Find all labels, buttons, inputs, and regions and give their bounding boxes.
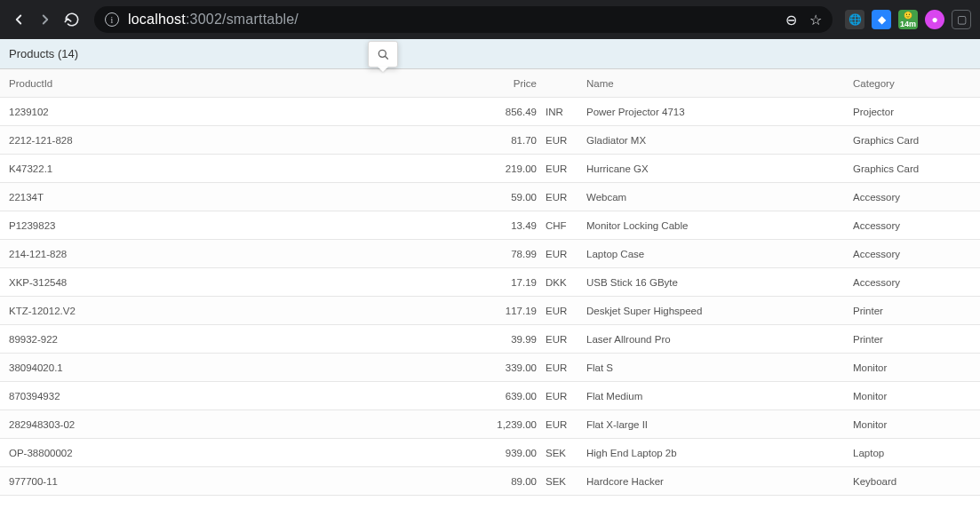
cell-productid: 282948303-02 xyxy=(9,419,275,430)
site-info-icon[interactable]: i xyxy=(105,12,119,27)
cell-currency: EUR xyxy=(542,419,586,430)
cell-productid: KTZ-12012.V2 xyxy=(9,306,275,316)
back-button[interactable] xyxy=(9,12,28,28)
cell-price: 81.70 xyxy=(275,135,542,146)
extension-pink-icon[interactable]: ● xyxy=(925,10,944,29)
table-row[interactable]: P1239823 13.49 CHF Monitor Locking Cable… xyxy=(0,211,980,240)
table-row[interactable]: 870394932 639.00 EUR Flat Medium Monitor xyxy=(0,382,980,410)
cell-price: 39.99 xyxy=(275,334,542,345)
address-bar[interactable]: i localhost:3002/smarttable/ ⊖ ☆ xyxy=(94,6,833,33)
cell-price: 17.19 xyxy=(275,277,542,288)
svg-line-1 xyxy=(385,56,387,59)
cell-currency: CHF xyxy=(542,220,586,231)
column-header-price[interactable]: Price xyxy=(275,78,542,89)
table-row[interactable]: K47322.1 219.00 EUR Hurricane GX Graphic… xyxy=(0,155,980,183)
cell-category: Printer xyxy=(853,306,971,316)
table-row[interactable]: 38094020.1 339.00 EUR Flat S Monitor xyxy=(0,354,980,382)
cell-productid: 1239102 xyxy=(9,107,275,117)
bookmark-star-icon[interactable]: ☆ xyxy=(809,12,822,28)
table-row[interactable]: 89932-922 39.99 EUR Laser Allround Pro P… xyxy=(0,325,980,354)
extension-box-icon[interactable]: ▢ xyxy=(952,10,971,29)
table-row[interactable]: 282948303-02 1,239.00 EUR Flat X-large I… xyxy=(0,410,980,439)
reload-button[interactable] xyxy=(62,12,82,28)
cell-productid: K47322.1 xyxy=(9,163,275,174)
cell-category: Accessory xyxy=(853,277,971,288)
cell-currency: SEK xyxy=(542,476,586,487)
extension-globe-icon[interactable]: 🌐 xyxy=(845,10,864,29)
forward-button[interactable] xyxy=(36,12,55,28)
page-toolbar: Products (14) xyxy=(0,39,980,69)
cell-currency: EUR xyxy=(542,306,586,316)
cell-category: Monitor xyxy=(853,419,971,430)
cell-name: USB Stick 16 GByte xyxy=(586,277,853,288)
extension-blue-icon[interactable]: ◆ xyxy=(872,10,891,29)
cell-currency: EUR xyxy=(542,249,586,259)
table-row[interactable]: 1239102 856.49 INR Power Projector 4713 … xyxy=(0,98,980,126)
cell-currency: INR xyxy=(542,107,586,117)
cell-name: Hurricane GX xyxy=(586,163,853,174)
extension-timer-icon[interactable]: 🙂14m xyxy=(898,10,918,29)
table-row[interactable]: KTZ-12012.V2 117.19 EUR Deskjet Super Hi… xyxy=(0,297,980,325)
cell-price: 59.00 xyxy=(275,192,542,203)
cell-name: Gladiator MX xyxy=(586,135,853,146)
table-row[interactable]: OP-38800002 939.00 SEK High End Laptop 2… xyxy=(0,439,980,467)
cell-category: Laptop xyxy=(853,448,971,458)
cell-price: 939.00 xyxy=(275,448,542,458)
cell-currency: DKK xyxy=(542,277,586,288)
cell-productid: OP-38800002 xyxy=(9,448,275,458)
cell-category: Graphics Card xyxy=(853,163,971,174)
cell-category: Accessory xyxy=(853,220,971,231)
cell-currency: EUR xyxy=(542,391,586,402)
cell-productid: P1239823 xyxy=(9,220,275,231)
cell-productid: 870394932 xyxy=(9,391,275,402)
url-text: localhost:3002/smarttable/ xyxy=(128,12,299,28)
cell-price: 1,239.00 xyxy=(275,419,542,430)
table-body: 1239102 856.49 INR Power Projector 4713 … xyxy=(0,98,980,496)
cell-productid: 22134T xyxy=(9,192,275,203)
cell-price: 639.00 xyxy=(275,391,542,402)
column-header-name[interactable]: Name xyxy=(586,78,853,89)
cell-productid: 214-121-828 xyxy=(9,249,275,259)
cell-name: Hardcore Hacker xyxy=(586,476,853,487)
page-title: Products (14) xyxy=(9,47,78,60)
table-row[interactable]: 214-121-828 78.99 EUR Laptop Case Access… xyxy=(0,240,980,268)
column-header-category[interactable]: Category xyxy=(853,78,971,89)
search-icon xyxy=(376,47,390,61)
table-row[interactable]: 2212-121-828 81.70 EUR Gladiator MX Grap… xyxy=(0,126,980,155)
table-row[interactable]: XKP-312548 17.19 DKK USB Stick 16 GByte … xyxy=(0,268,980,297)
column-header-productid[interactable]: ProductId xyxy=(9,78,275,89)
cell-productid: 38094020.1 xyxy=(9,362,275,373)
cell-currency: EUR xyxy=(542,163,586,174)
cell-currency: EUR xyxy=(542,334,586,345)
cell-category: Printer xyxy=(853,334,971,345)
cell-category: Accessory xyxy=(853,249,971,259)
cell-price: 339.00 xyxy=(275,362,542,373)
extension-timer-badge: 14m xyxy=(900,20,916,28)
cell-price: 78.99 xyxy=(275,249,542,259)
cell-currency: SEK xyxy=(542,448,586,458)
cell-productid: 2212-121-828 xyxy=(9,135,275,146)
cell-name: Webcam xyxy=(586,192,853,203)
zoom-out-icon[interactable]: ⊖ xyxy=(785,12,797,28)
cell-price: 89.00 xyxy=(275,476,542,487)
cell-category: Monitor xyxy=(853,362,971,373)
cell-price: 117.19 xyxy=(275,306,542,316)
cell-price: 219.00 xyxy=(275,163,542,174)
table-row[interactable]: 977700-11 89.00 SEK Hardcore Hacker Keyb… xyxy=(0,467,980,496)
table-row[interactable]: 22134T 59.00 EUR Webcam Accessory xyxy=(0,183,980,211)
table-header-row: ProductId Price Name Category xyxy=(0,69,980,98)
extension-icons: 🌐 ◆ 🙂14m ● ▢ xyxy=(845,10,971,29)
cell-name: Monitor Locking Cable xyxy=(586,220,853,231)
cell-category: Keyboard xyxy=(853,476,971,487)
cell-name: Flat Medium xyxy=(586,391,853,402)
search-popover-button[interactable] xyxy=(368,41,398,68)
cell-category: Accessory xyxy=(853,192,971,203)
cell-price: 856.49 xyxy=(275,107,542,117)
cell-price: 13.49 xyxy=(275,220,542,231)
cell-productid: 89932-922 xyxy=(9,334,275,345)
cell-name: Deskjet Super Highspeed xyxy=(586,306,853,316)
cell-currency: EUR xyxy=(542,362,586,373)
cell-currency: EUR xyxy=(542,135,586,146)
cell-productid: 977700-11 xyxy=(9,476,275,487)
cell-name: High End Laptop 2b xyxy=(586,448,853,458)
